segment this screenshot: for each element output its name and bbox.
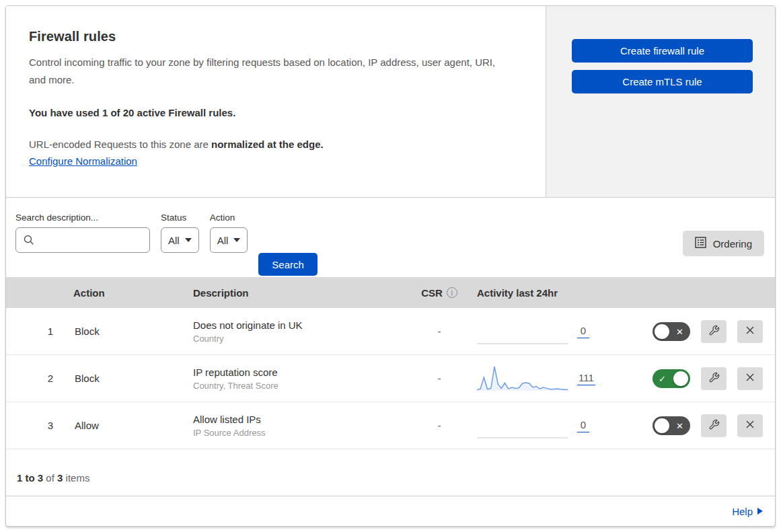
search-button[interactable]: Search: [258, 253, 318, 276]
activity-column-header: Activity last 24hr: [477, 287, 632, 299]
ordering-button-label: Ordering: [713, 238, 752, 250]
action-label: Action: [210, 213, 248, 223]
help-bar: Help: [6, 496, 775, 526]
status-selected-value: All: [168, 235, 180, 246]
table-row: 1 Block Does not originate in UK Country…: [6, 308, 775, 355]
edit-rule-button[interactable]: [701, 320, 727, 343]
chevron-down-icon: [185, 238, 192, 242]
close-icon: [745, 419, 755, 432]
edit-rule-button[interactable]: [701, 367, 727, 390]
rule-description: IP reputation score: [193, 367, 402, 378]
rule-description: Allow listed IPs: [193, 414, 402, 425]
rule-csr-value: -: [402, 326, 477, 337]
info-icon[interactable]: i: [447, 287, 457, 298]
search-input[interactable]: [15, 227, 150, 253]
activity-count-link[interactable]: 111: [577, 372, 595, 385]
close-icon: [745, 325, 755, 338]
wrench-icon: [708, 419, 720, 432]
table-header: Action Description CSR i Activity last 2…: [6, 277, 775, 308]
search-field: Search description...: [15, 213, 150, 277]
page-header-section: Firewall rules Control incoming traffic …: [6, 6, 775, 198]
search-input-wrap: [15, 227, 150, 253]
rule-fields: IP Source Address: [193, 428, 402, 438]
rule-description: Does not originate in UK: [193, 319, 402, 331]
delete-rule-button[interactable]: [737, 320, 763, 343]
rule-priority: 1: [6, 326, 73, 337]
rule-priority: 3: [6, 420, 73, 431]
rule-controls: ✓ ✕: [632, 414, 775, 437]
edit-rule-button[interactable]: [701, 414, 727, 437]
toggle-knob: [655, 324, 669, 339]
rule-csr-value: -: [402, 373, 477, 384]
intro-card: Firewall rules Control incoming traffic …: [6, 6, 546, 197]
status-filter: Status All: [161, 213, 199, 277]
activity-sparkline: [477, 412, 568, 440]
rule-description-cell: IP reputation score Country, Threat Scor…: [193, 367, 402, 391]
normalization-bold-text: normalized at the edge.: [211, 139, 324, 150]
items-total: 3: [57, 472, 63, 484]
delete-rule-button[interactable]: [737, 367, 763, 390]
rule-enabled-toggle[interactable]: ✓ ✕: [653, 369, 690, 388]
rule-priority: 2: [6, 373, 73, 384]
chevron-down-icon: [233, 238, 240, 242]
rule-enabled-toggle[interactable]: ✓ ✕: [653, 416, 690, 435]
normalization-text: URL-encoded Requests to this zone are: [29, 139, 211, 150]
page-title: Firewall rules: [29, 29, 519, 44]
page-description: Control incoming traffic to your zone by…: [29, 54, 513, 89]
help-link-label: Help: [732, 506, 753, 517]
items-range: 1 to 3: [17, 472, 43, 484]
usage-summary: You have used 1 of 20 active Firewall ru…: [29, 107, 519, 118]
toggle-knob: [655, 418, 669, 433]
status-select[interactable]: All: [161, 227, 199, 253]
wrench-icon: [708, 372, 720, 385]
toggle-knob: [673, 371, 688, 386]
normalization-note: URL-encoded Requests to this zone are no…: [29, 139, 519, 150]
csr-column-header: CSR i: [402, 287, 477, 299]
search-icon: [24, 235, 34, 248]
help-link[interactable]: Help: [732, 506, 763, 517]
filter-bar: Search description... Status All Action: [6, 198, 775, 277]
activity-count-link[interactable]: 0: [577, 419, 589, 432]
check-icon: ✓: [659, 374, 666, 383]
csr-column-label: CSR: [421, 287, 443, 299]
rule-csr-value: -: [402, 420, 477, 431]
activity-sparkline: [477, 317, 568, 346]
action-column-header: Action: [73, 287, 193, 299]
x-icon: ✕: [676, 327, 683, 336]
rule-activity-cell: 0: [477, 412, 632, 440]
filter-controls: Search description... Status All Action: [15, 213, 318, 277]
rule-action: Allow: [73, 420, 193, 431]
action-filter: Action All: [210, 213, 248, 277]
create-firewall-rule-button[interactable]: Create firewall rule: [572, 39, 753, 63]
rule-fields: Country, Threat Score: [193, 381, 402, 391]
action-select[interactable]: All: [210, 227, 248, 253]
delete-rule-button[interactable]: [737, 414, 763, 437]
of-label: of: [46, 472, 54, 484]
rule-action: Block: [73, 326, 193, 337]
action-selected-value: All: [217, 235, 229, 246]
create-mtls-rule-button[interactable]: Create mTLS rule: [572, 70, 753, 93]
search-label: Search description...: [15, 213, 150, 223]
rule-controls: ✓ ✕: [632, 367, 775, 390]
status-label: Status: [161, 213, 199, 223]
rule-activity-cell: 0: [477, 317, 632, 346]
pagination-summary: 1 to 3 of 3 items: [6, 449, 775, 496]
configure-normalization-link[interactable]: Configure Normalization: [29, 155, 137, 167]
description-column-header: Description: [193, 287, 402, 299]
ordering-button[interactable]: Ordering: [683, 231, 764, 256]
activity-count-link[interactable]: 0: [577, 325, 589, 338]
firewall-rules-page: Firewall rules Control incoming traffic …: [5, 5, 776, 527]
rule-description-cell: Allow listed IPs IP Source Address: [193, 414, 402, 438]
rule-controls: ✓ ✕: [632, 320, 775, 343]
ordering-list-icon: [695, 237, 706, 250]
close-icon: [745, 372, 755, 385]
table-row: 3 Allow Allow listed IPs IP Source Addre…: [6, 402, 775, 449]
wrench-icon: [708, 325, 720, 338]
items-label: items: [66, 472, 90, 484]
table-row: 2 Block IP reputation score Country, Thr…: [6, 355, 775, 402]
rule-enabled-toggle[interactable]: ✓ ✕: [653, 322, 690, 341]
rule-action: Block: [73, 373, 193, 384]
activity-sparkline: [477, 365, 568, 393]
rule-activity-cell: 111: [477, 365, 632, 393]
actions-panel: Create firewall rule Create mTLS rule: [546, 6, 775, 197]
